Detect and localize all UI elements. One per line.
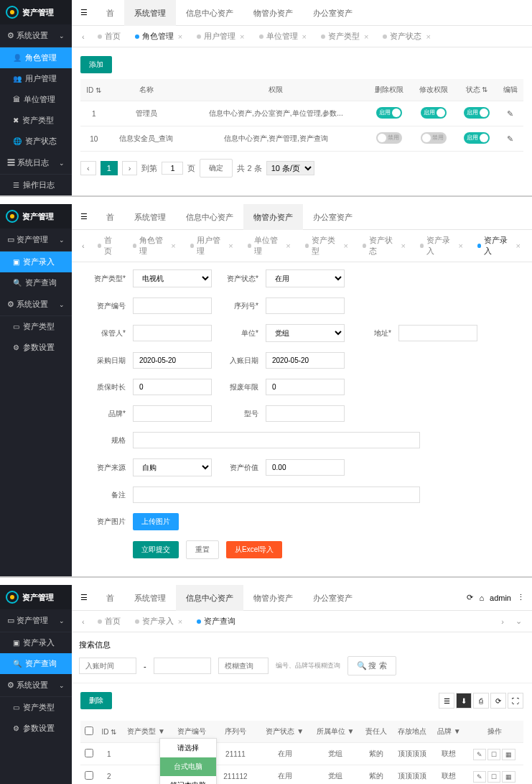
submit-button[interactable]: 立即提交 xyxy=(133,541,179,558)
dropdown-item[interactable]: 请选择 xyxy=(160,739,216,757)
source-select[interactable]: 自购 xyxy=(133,458,212,476)
sidebar-item-user[interactable]: 👥用户管理 xyxy=(0,68,72,89)
tabs-menu-icon[interactable]: ⌄ xyxy=(511,617,526,626)
tabs-left-icon[interactable]: ‹ xyxy=(78,32,89,41)
pager-next[interactable]: › xyxy=(122,161,138,175)
edit-icon[interactable]: ✎ xyxy=(473,771,486,783)
toggle-del[interactable]: 启用 xyxy=(376,107,402,119)
edit-icon[interactable]: ✎ xyxy=(507,109,513,118)
refresh-icon[interactable]: ⟳ xyxy=(490,693,506,709)
status-select[interactable]: 在用 xyxy=(266,269,345,287)
brand-input[interactable] xyxy=(133,405,212,422)
spec-input[interactable] xyxy=(133,432,420,448)
tabs-left-icon[interactable]: ‹ xyxy=(78,241,89,250)
print-icon[interactable]: ⎙ xyxy=(473,693,489,709)
expand-icon[interactable]: ⛶ xyxy=(508,693,523,709)
addr-input[interactable] xyxy=(398,325,477,341)
menu-toggle-icon[interactable]: ☰ xyxy=(72,212,96,221)
th-stat[interactable]: 状态 ⇅ xyxy=(456,79,497,101)
serial-input[interactable] xyxy=(266,298,345,314)
row-check[interactable] xyxy=(85,771,93,780)
assetno-input[interactable] xyxy=(133,298,212,314)
view-icon[interactable]: ☐ xyxy=(487,749,500,760)
pager-input[interactable] xyxy=(162,162,183,175)
sidebar-item-role[interactable]: 👤角色管理 xyxy=(0,47,72,68)
unit-select[interactable]: 党组 xyxy=(266,324,345,342)
tab-user[interactable]: 用户管理× xyxy=(191,29,250,44)
row-check[interactable] xyxy=(85,749,93,757)
toggle-stat[interactable]: 启用 xyxy=(464,132,490,144)
search-button[interactable]: 🔍 搜 索 xyxy=(347,656,396,675)
type-select[interactable]: 电视机 xyxy=(133,269,212,287)
tabs-right-icon[interactable]: › xyxy=(497,617,508,626)
toggle-mod[interactable]: 禁用 xyxy=(421,132,447,144)
tab-unit[interactable]: 单位管理× xyxy=(253,29,312,44)
toggle-stat[interactable]: 启用 xyxy=(464,107,490,119)
expire-input[interactable] xyxy=(266,379,345,395)
more-icon[interactable]: ⋮ xyxy=(517,593,525,602)
tabs-left-icon[interactable]: ‹ xyxy=(78,617,89,626)
topnav-info[interactable]: 信息中心资产 xyxy=(176,0,243,26)
pager-size[interactable]: 10 条/页 xyxy=(266,161,314,175)
sidebar-section-system[interactable]: ⚙ 系统设置 xyxy=(0,24,72,47)
pager-prev[interactable]: ‹ xyxy=(80,161,96,175)
tab-status[interactable]: 资产状态× xyxy=(377,29,436,44)
sidebar-section-sys[interactable]: ⚙ 系统设置 xyxy=(0,674,72,697)
warranty-input[interactable] xyxy=(133,379,212,395)
edit-icon[interactable]: ✎ xyxy=(473,749,486,760)
delete-button[interactable]: 删除 xyxy=(80,692,112,709)
model-input[interactable] xyxy=(266,405,345,422)
home-icon[interactable]: ⌂ xyxy=(479,594,484,602)
buydate-input[interactable] xyxy=(133,352,212,369)
sidebar-item-query[interactable]: 🔍资产查询 xyxy=(0,272,72,293)
sidebar-item-entry[interactable]: ▣资产录入 xyxy=(0,632,72,653)
logo[interactable]: 资产管理 xyxy=(0,204,72,229)
sidebar-item-type[interactable]: ▭资产类型 xyxy=(0,697,72,718)
sidebar-item-param[interactable]: ⚙参数设置 xyxy=(0,337,72,358)
date-from-input[interactable] xyxy=(79,658,136,674)
sidebar-section-sys[interactable]: ⚙ 系统设置 xyxy=(0,293,72,316)
dropdown-item[interactable]: 笔记本电脑 xyxy=(160,776,216,784)
sidebar-item-type[interactable]: ▭资产类型 xyxy=(0,316,72,337)
refresh-icon[interactable]: ⟳ xyxy=(467,593,473,602)
tab-role[interactable]: 角色管理× xyxy=(129,29,188,44)
filter-icon[interactable]: ☰ xyxy=(439,693,454,709)
qr-icon[interactable]: ▦ xyxy=(502,749,515,760)
edit-icon[interactable]: ✎ xyxy=(507,134,513,143)
remark-input[interactable] xyxy=(133,486,420,503)
tab-type[interactable]: 资产类型× xyxy=(315,29,374,44)
toggle-mod[interactable]: 启用 xyxy=(421,107,447,119)
close-icon[interactable]: × xyxy=(178,32,182,41)
sidebar-item-type[interactable]: ✖资产类型 xyxy=(0,110,72,131)
dropdown-item[interactable]: 台式电脑 xyxy=(160,757,216,776)
sidebar-item-param[interactable]: ⚙参数设置 xyxy=(0,718,72,739)
topnav-sys[interactable]: 首 xyxy=(96,0,124,26)
excel-button[interactable]: 从Excel导入 xyxy=(226,541,282,558)
sidebar-section-log[interactable]: ☰ 系统日志 xyxy=(0,152,72,175)
pager-confirm[interactable]: 确定 xyxy=(200,159,233,177)
toggle-del[interactable]: 禁用 xyxy=(376,132,402,144)
qr-icon[interactable]: ▦ xyxy=(502,771,515,783)
sidebar-section-asset[interactable]: ▭ 资产管理 xyxy=(0,229,72,252)
menu-toggle-icon[interactable]: ☰ xyxy=(72,593,96,602)
sidebar-section-asset[interactable]: ▭ 资产管理 xyxy=(0,609,72,632)
sidebar-item-status[interactable]: 🌐资产状态 xyxy=(0,131,72,152)
sidebar-item-unit[interactable]: 🏛单位管理 xyxy=(0,89,72,110)
add-button[interactable]: 添加 xyxy=(80,56,112,73)
sidebar-item-oplog[interactable]: ☰操作日志 xyxy=(0,175,72,195)
sidebar-item-entry[interactable]: ▣资产录入 xyxy=(0,252,72,272)
upload-button[interactable]: 上传图片 xyxy=(133,513,179,530)
tab-home[interactable]: 首页 xyxy=(92,29,126,44)
pager-page[interactable]: 1 xyxy=(101,161,118,175)
logo[interactable]: 资产管理 xyxy=(0,0,72,24)
view-icon[interactable]: ☐ xyxy=(487,771,500,783)
user-label[interactable]: admin xyxy=(490,594,511,602)
topnav-sys[interactable]: 系统管理 xyxy=(124,0,176,26)
value-input[interactable] xyxy=(266,459,345,476)
check-all[interactable] xyxy=(85,727,93,735)
keeper-input[interactable] xyxy=(133,325,212,341)
logo[interactable]: 资产管理 xyxy=(0,585,72,609)
date-to-input[interactable] xyxy=(154,658,211,674)
th-id[interactable]: ID ⇅ xyxy=(80,79,107,101)
export-icon[interactable]: ⬇ xyxy=(456,693,472,709)
